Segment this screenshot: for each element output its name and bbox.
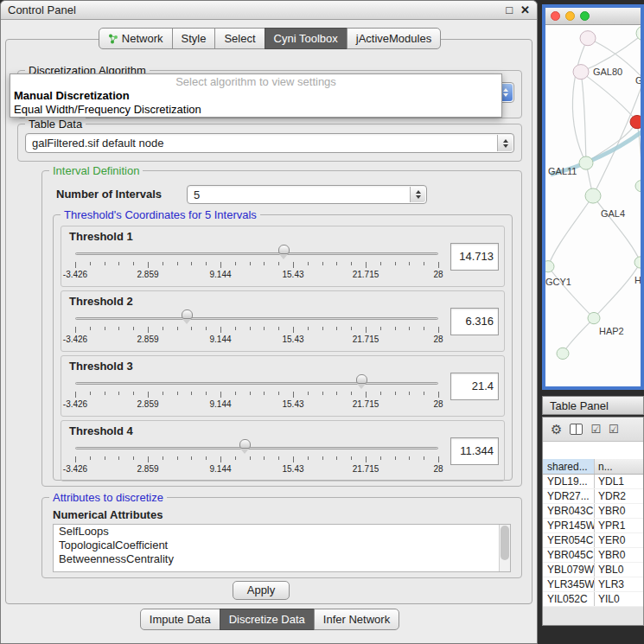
- threshold-slider[interactable]: -3.4262.8599.14415.4321.71528: [75, 438, 438, 480]
- tick-mark: [163, 456, 163, 460]
- table-row[interactable]: YDR27...YDR2: [543, 489, 643, 504]
- threshold-slider[interactable]: -3.4262.8599.14415.4321.71528: [75, 244, 438, 285]
- table-row[interactable]: YBR043CYBR0: [543, 504, 643, 519]
- table-cell[interactable]: YBR043C: [543, 504, 595, 518]
- zoom-traffic-light-icon[interactable]: [580, 11, 590, 21]
- table-cell[interactable]: YER054C: [543, 533, 595, 547]
- list-scrollbar[interactable]: [499, 525, 510, 571]
- number-of-intervals-combobox[interactable]: 5: [187, 185, 427, 204]
- close-icon[interactable]: ✕: [520, 1, 530, 20]
- table-row[interactable]: YLR345WYLR3: [543, 577, 643, 592]
- network-node[interactable]: [557, 348, 569, 359]
- network-node[interactable]: [634, 257, 641, 268]
- threshold-value-field[interactable]: 6.316: [450, 308, 499, 335]
- node-label: H: [634, 275, 641, 285]
- threshold-slider[interactable]: -3.4262.8599.14415.4321.71528: [75, 309, 438, 350]
- slider-track[interactable]: [75, 447, 438, 450]
- numerical-attributes-list[interactable]: SelfLoopsTopologicalCoefficientBetweenne…: [53, 524, 511, 572]
- network-canvas[interactable]: GAL80GAGAL11GAL4GCY1HHAP2: [545, 25, 641, 368]
- network-node[interactable]: [585, 188, 601, 203]
- tick-mark: [105, 456, 105, 460]
- table-row[interactable]: YER054CYER0: [543, 533, 643, 548]
- network-node[interactable]: [588, 312, 600, 323]
- tab-discretize-data[interactable]: Discretize Data: [220, 609, 315, 630]
- tab-label: Discretize Data: [229, 613, 305, 626]
- slider-track[interactable]: [75, 252, 438, 255]
- table-cell[interactable]: YER0: [595, 533, 643, 547]
- minimize-traffic-light-icon[interactable]: [565, 11, 575, 21]
- tab-select[interactable]: Select: [214, 28, 265, 49]
- table-row[interactable]: YIL052CYIL0: [543, 592, 643, 607]
- table-cell[interactable]: YBL0: [595, 563, 643, 577]
- network-node[interactable]: [580, 31, 596, 46]
- slider-scale: -3.4262.8599.14415.4321.71528: [75, 335, 438, 345]
- tab-network[interactable]: Network: [99, 28, 173, 49]
- float-window-icon[interactable]: □: [506, 1, 513, 20]
- tab-jactivemodules[interactable]: jActiveModules: [347, 28, 441, 49]
- table-cell[interactable]: YIL0: [595, 592, 643, 606]
- tab-style[interactable]: Style: [172, 28, 216, 49]
- tick-mark: [351, 456, 352, 460]
- tab-impute-data[interactable]: Impute Data: [140, 609, 220, 630]
- slider-thumb[interactable]: [356, 374, 367, 384]
- threshold-value-field[interactable]: 14.713: [450, 243, 499, 271]
- network-node[interactable]: [545, 261, 554, 272]
- threshold-list: Threshold 1 -3.4262.8599.14415.4321.7152…: [54, 215, 512, 481]
- table-row[interactable]: YBL079WYBL0: [543, 563, 643, 577]
- slider-track[interactable]: [75, 317, 438, 320]
- table-row[interactable]: YPR145WYPR1: [543, 519, 643, 533]
- network-node[interactable]: [635, 181, 641, 192]
- dropdown-option-equal-width-frequency[interactable]: Equal Width/Frequency Discretization: [10, 103, 501, 117]
- column-header-shared-name[interactable]: shared...: [543, 459, 595, 474]
- scale-label: 21.715: [353, 270, 379, 279]
- tab-cyni-toolbox[interactable]: Cyni Toolbox: [265, 28, 348, 49]
- scrollbar-thumb[interactable]: [501, 526, 509, 560]
- gear-icon[interactable]: ⚙: [551, 423, 562, 436]
- table-row[interactable]: YBR045CYBR0: [543, 548, 643, 563]
- table-cell[interactable]: YPR1: [595, 519, 643, 532]
- table-cell[interactable]: YDL19...: [543, 475, 595, 488]
- network-window-titlebar[interactable]: [545, 8, 641, 25]
- table-cell[interactable]: YBR045C: [543, 548, 595, 562]
- table-cell[interactable]: YLR3: [595, 577, 643, 591]
- column-header-name[interactable]: n...: [595, 459, 643, 474]
- table-cell[interactable]: YDR27...: [543, 489, 595, 503]
- table-data-combobox[interactable]: galFiltered.sif default node: [25, 133, 514, 153]
- table-cell[interactable]: YDR2: [595, 489, 643, 503]
- slider-track[interactable]: [75, 382, 438, 385]
- control-panel-titlebar[interactable]: Control Panel □ ✕: [1, 1, 537, 20]
- table-cell[interactable]: YBL079W: [543, 563, 595, 577]
- threshold-slider[interactable]: -3.4262.8599.14415.4321.71528: [75, 373, 438, 415]
- node-label: GAL11: [548, 166, 577, 176]
- show-columns-icon[interactable]: [570, 424, 583, 435]
- combobox-arrows-icon[interactable]: [410, 187, 425, 202]
- select-all-columns-icon[interactable]: ☑: [609, 424, 619, 435]
- table-cell[interactable]: YBR0: [595, 504, 643, 518]
- apply-button[interactable]: Apply: [233, 581, 290, 600]
- table-cell[interactable]: YIL052C: [543, 592, 595, 606]
- select-visible-columns-icon[interactable]: ☑: [590, 424, 601, 435]
- tick-mark: [438, 392, 439, 398]
- table-row[interactable]: YDL19...YDL1: [543, 475, 643, 489]
- combobox-arrows-icon[interactable]: [497, 135, 513, 151]
- table-cell[interactable]: YBR0: [595, 548, 643, 562]
- threshold-value-field[interactable]: 11.344: [450, 437, 499, 465]
- threshold-value-field[interactable]: 21.4: [450, 373, 499, 400]
- attribute-item[interactable]: TopologicalCoefficient: [54, 539, 510, 552]
- scale-label: 28: [433, 399, 443, 409]
- slider-thumb[interactable]: [239, 439, 251, 449]
- network-node[interactable]: [579, 156, 593, 169]
- network-node[interactable]: [573, 65, 589, 80]
- slider-thumb[interactable]: [182, 309, 193, 319]
- network-node[interactable]: [630, 115, 641, 128]
- dropdown-option-manual-discretization[interactable]: Manual Discretization: [10, 89, 501, 103]
- attribute-item[interactable]: SelfLoops: [54, 525, 510, 539]
- slider-thumb[interactable]: [278, 245, 290, 254]
- table-panel-titlebar[interactable]: Table Panel: [542, 396, 644, 415]
- table-cell[interactable]: YPR145W: [543, 519, 595, 532]
- close-traffic-light-icon[interactable]: [551, 11, 560, 21]
- table-cell[interactable]: YLR345W: [543, 577, 595, 591]
- tab-infer-network[interactable]: Infer Network: [314, 609, 399, 630]
- table-cell[interactable]: YDL1: [595, 475, 643, 488]
- attribute-item[interactable]: BetweennessCentrality: [54, 552, 510, 566]
